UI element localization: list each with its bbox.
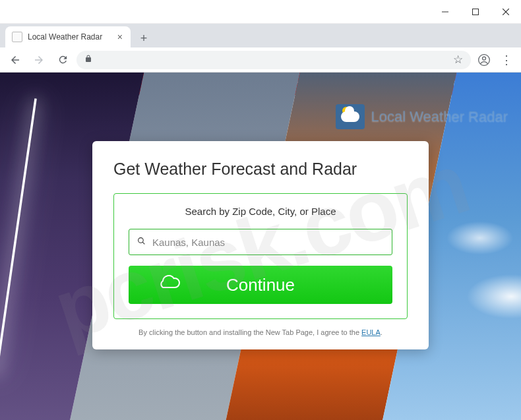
svg-point-6	[138, 238, 144, 243]
window-titlebar	[0, 0, 521, 24]
page-viewport: ! WEATHER ALERT! Track Severe Weather in…	[0, 73, 521, 420]
new-tab-button[interactable]: +	[135, 29, 153, 47]
brand-header: Local Weather Radar	[0, 104, 508, 129]
nav-forward-button[interactable]	[29, 50, 49, 70]
eula-disclaimer: By clicking the button and installing th…	[113, 328, 408, 336]
browser-tab[interactable]: Local Weather Radar ×	[5, 26, 131, 47]
eula-period: .	[381, 328, 383, 336]
brand-logo-icon	[336, 104, 365, 129]
tab-close-button[interactable]: ×	[117, 32, 123, 42]
cloud-icon	[155, 274, 181, 296]
nav-reload-button[interactable]	[53, 50, 73, 70]
browser-toolbar: ☆ ⋮	[0, 47, 521, 73]
brand-name: Local Weather Radar	[371, 108, 508, 125]
profile-button[interactable]	[475, 51, 493, 69]
search-block: Search by Zip Code, City, or Place Conti…	[113, 193, 408, 319]
eula-link[interactable]: EULA	[361, 328, 381, 336]
weather-search-card: Get Weather Forecast and Radar Search by…	[92, 141, 429, 349]
svg-line-7	[142, 242, 144, 244]
nav-back-button[interactable]	[5, 50, 25, 70]
lock-icon	[84, 55, 92, 65]
window-minimize-button[interactable]	[430, 2, 460, 22]
svg-point-5	[483, 57, 486, 60]
card-title: Get Weather Forecast and Radar	[113, 160, 408, 179]
address-bar[interactable]: ☆	[77, 51, 471, 69]
window-maximize-button[interactable]	[460, 2, 491, 22]
tab-favicon	[12, 32, 22, 42]
continue-label: Continue	[226, 275, 295, 295]
location-search-input[interactable]	[152, 237, 384, 248]
svg-rect-1	[473, 9, 479, 15]
eula-text: By clicking the button and installing th…	[138, 328, 361, 336]
search-input-container	[129, 229, 392, 255]
tab-title: Local Weather Radar	[28, 32, 102, 42]
continue-button[interactable]: Continue	[129, 266, 392, 304]
bookmark-star-icon[interactable]: ☆	[453, 53, 463, 67]
window-close-button[interactable]	[491, 2, 521, 22]
search-icon	[137, 237, 146, 247]
browser-tab-bar: Local Weather Radar × +	[0, 24, 521, 47]
browser-menu-button[interactable]: ⋮	[497, 51, 516, 69]
search-label: Search by Zip Code, City, or Place	[129, 206, 392, 217]
